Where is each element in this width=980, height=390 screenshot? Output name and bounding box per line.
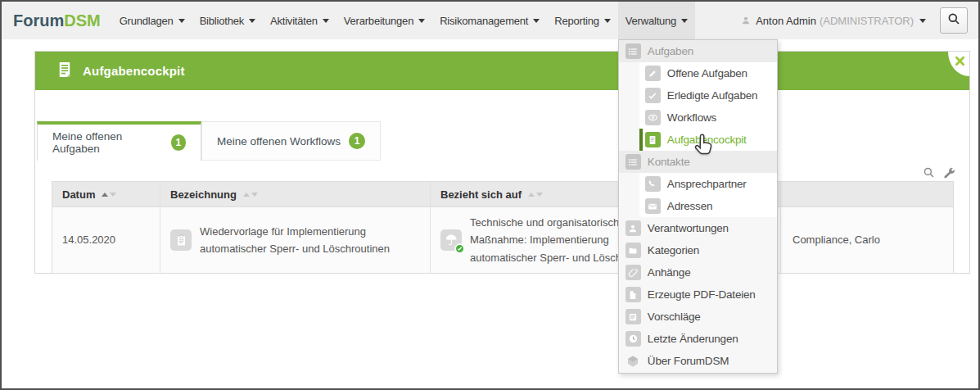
history-icon bbox=[625, 331, 641, 347]
menu-item-label: Erzeugte PDF-Dateien bbox=[648, 288, 756, 301]
tab-label: Meine offenen Workflows bbox=[217, 135, 341, 147]
column-header-datum[interactable]: Datum bbox=[52, 182, 160, 206]
app-logo[interactable]: ForumDSM bbox=[13, 2, 101, 39]
nav-label: Aktivitäten bbox=[270, 15, 318, 27]
tasks-doc-icon bbox=[56, 61, 73, 81]
search-icon bbox=[947, 12, 960, 29]
chevron-down-icon bbox=[178, 19, 185, 23]
top-navbar: ForumDSM Grundlagen Bibliothek Aktivität… bbox=[2, 2, 978, 39]
chevron-down-icon bbox=[681, 19, 688, 23]
mail-icon bbox=[645, 198, 661, 214]
paperclip-icon bbox=[625, 265, 641, 280]
nav-label: Bibliothek bbox=[200, 15, 244, 27]
close-button[interactable] bbox=[948, 52, 969, 76]
table-header-row: Datum Bezeichnung Bezieht sich auf bbox=[52, 182, 953, 206]
menu-item-ansprechpartner[interactable]: Ansprechpartner bbox=[639, 173, 777, 195]
logo-secondary: DSM bbox=[64, 11, 100, 29]
menu-item-vorschlaege[interactable]: Vorschläge bbox=[619, 306, 777, 328]
nav-label: Reporting bbox=[554, 15, 599, 27]
nav-label: Grundlagen bbox=[120, 15, 174, 27]
menu-item-verantwortungen[interactable]: Verantwortungen bbox=[619, 217, 777, 239]
person-icon bbox=[625, 220, 641, 236]
menu-item-label: Adressen bbox=[667, 200, 712, 212]
panel-header: Aufgabencockpit bbox=[35, 52, 969, 90]
sort-icons bbox=[102, 193, 116, 197]
menu-item-label: Letzte Änderungen bbox=[648, 333, 738, 345]
aufgabencockpit-panel: Aufgabencockpit Meine offenen Aufgaben 1… bbox=[34, 51, 970, 274]
sort-icons bbox=[528, 193, 543, 197]
tab-bar: Meine offenen Aufgaben 1 Meine offenen W… bbox=[37, 121, 381, 161]
tab-meine-offenen-aufgaben[interactable]: Meine offenen Aufgaben 1 bbox=[37, 121, 201, 161]
table-search-icon[interactable] bbox=[923, 166, 935, 179]
menu-section-label: Aufgaben bbox=[648, 45, 693, 57]
menu-item-label: Offene Aufgaben bbox=[667, 67, 747, 79]
nav-item-verarbeitungen[interactable]: Verarbeitungen bbox=[336, 2, 432, 39]
nav-item-bibliothek[interactable]: Bibliothek bbox=[192, 2, 263, 39]
task-clipboard-icon bbox=[170, 229, 192, 251]
menu-item-workflows[interactable]: Workflows bbox=[639, 107, 777, 129]
nav-item-verwaltung[interactable]: Verwaltung Aufgaben Offene Aufgaben Erle… bbox=[618, 2, 695, 39]
nav-item-risikomanagement[interactable]: Risikomanagement bbox=[432, 2, 547, 39]
nav-item-reporting[interactable]: Reporting bbox=[547, 2, 618, 39]
menu-item-erledigte-aufgaben[interactable]: Erledigte Aufgaben bbox=[639, 84, 777, 107]
logo-primary: Forum bbox=[13, 11, 64, 29]
nav-label: Verarbeitungen bbox=[344, 15, 413, 27]
folder-icon bbox=[625, 243, 641, 258]
list-icon bbox=[625, 154, 641, 170]
menu-item-label: Workflows bbox=[667, 111, 716, 124]
tab-count-badge: 1 bbox=[349, 133, 365, 149]
chevron-down-icon bbox=[323, 19, 329, 23]
table-toolbar bbox=[923, 166, 955, 179]
menu-item-label: Anhänge bbox=[648, 266, 691, 279]
chevron-down-icon bbox=[418, 19, 425, 23]
user-menu[interactable]: Anton Admin (ADMINISTRATOR) bbox=[741, 2, 926, 39]
menu-item-kategorien[interactable]: Kategorien bbox=[619, 239, 777, 261]
measure-umbrella-icon bbox=[440, 229, 462, 251]
about-icon bbox=[625, 353, 641, 369]
menu-item-adressen[interactable]: Adressen bbox=[639, 195, 777, 217]
menu-item-letzte-aenderungen[interactable]: Letzte Änderungen bbox=[619, 328, 777, 350]
chevron-down-icon bbox=[919, 19, 926, 23]
chevron-down-icon bbox=[533, 19, 540, 23]
tab-count-badge: 1 bbox=[171, 134, 186, 151]
list-icon bbox=[625, 43, 641, 59]
cursor-pointer-icon bbox=[691, 133, 716, 161]
datum-cell: 14.05.2020 bbox=[52, 207, 160, 273]
user-icon bbox=[741, 16, 751, 25]
menu-section-aufgaben: Aufgaben bbox=[619, 40, 777, 62]
menu-section-label: Kontakte bbox=[648, 156, 690, 168]
search-button[interactable] bbox=[940, 7, 968, 34]
menu-item-offene-aufgaben[interactable]: Offene Aufgaben bbox=[639, 62, 777, 84]
table-row[interactable]: 14.05.2020 Wiedervorlage für Implementie… bbox=[52, 206, 953, 273]
sort-icons bbox=[243, 193, 258, 197]
proposals-icon bbox=[625, 309, 641, 324]
bezeichnung-cell: Wiedervorlage für Implementierung automa… bbox=[160, 207, 431, 273]
column-header-bezeichnung[interactable]: Bezeichnung bbox=[160, 182, 431, 206]
chevron-down-icon bbox=[249, 19, 255, 23]
menu-item-erzeugte-pdf-dateien[interactable]: Erzeugte PDF-Dateien bbox=[619, 283, 777, 306]
nav-item-aktivitaeten[interactable]: Aktivitäten bbox=[263, 2, 336, 39]
responsible-cell: Compliance, Carlo bbox=[781, 207, 953, 273]
column-header-hidden bbox=[781, 182, 953, 206]
check-badge-icon bbox=[454, 243, 465, 254]
user-name: Anton Admin bbox=[756, 15, 816, 27]
edit-icon bbox=[645, 66, 661, 81]
column-header-label: Bezieht sich auf bbox=[440, 188, 522, 201]
table-settings-wrench-icon[interactable] bbox=[942, 166, 955, 179]
menu-item-label: Über ForumDSM bbox=[648, 355, 729, 367]
tab-meine-offenen-workflows[interactable]: Meine offenen Workflows 1 bbox=[201, 121, 381, 161]
menu-item-label: Verantwortungen bbox=[648, 222, 729, 234]
menu-item-ueber-forumdsm[interactable]: Über ForumDSM bbox=[619, 350, 777, 372]
close-icon bbox=[955, 56, 965, 66]
menu-item-label: Kategorien bbox=[648, 244, 699, 256]
nav-item-grundlagen[interactable]: Grundlagen bbox=[112, 2, 192, 39]
check-icon bbox=[645, 88, 661, 103]
panel-title: Aufgabencockpit bbox=[83, 64, 185, 78]
menu-item-anhaenge[interactable]: Anhänge bbox=[619, 261, 777, 283]
menu-sub-kontakte: Ansprechpartner Adressen bbox=[639, 173, 777, 217]
document-icon bbox=[645, 132, 661, 147]
phone-icon bbox=[645, 176, 661, 192]
menu-item-label: Erledigte Aufgaben bbox=[667, 89, 758, 102]
pdf-icon bbox=[625, 287, 641, 302]
tab-label: Meine offenen Aufgaben bbox=[52, 130, 163, 155]
